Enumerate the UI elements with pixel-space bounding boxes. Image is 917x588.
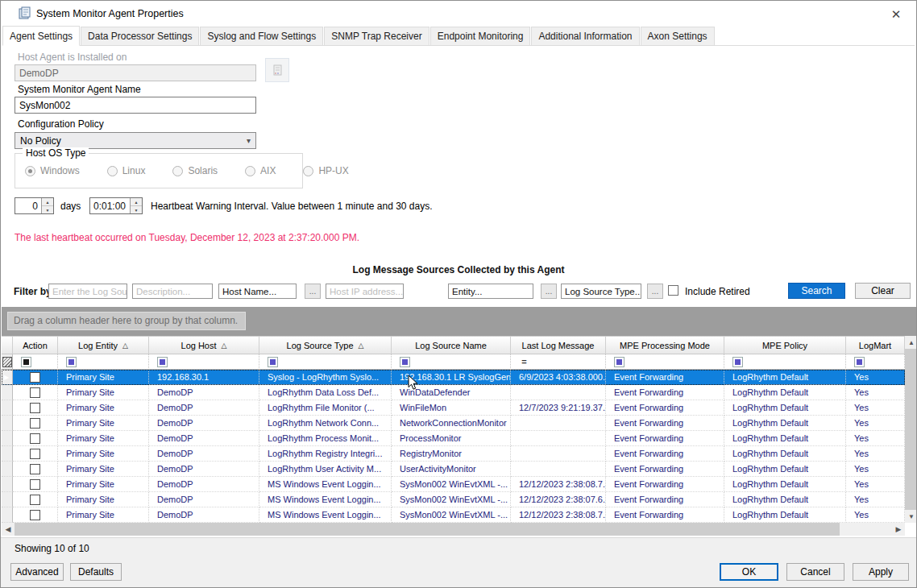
row-checkbox[interactable] — [30, 372, 40, 383]
table-row[interactable]: Primary SiteDemoDPMS Windows Event Loggi… — [2, 507, 905, 523]
host-ip-address-filter-input[interactable]: Host IP address... — [326, 284, 404, 299]
filter-cell[interactable]: = — [511, 354, 606, 370]
column-header-log-source-name[interactable]: Log Source Name — [392, 336, 511, 354]
filter-cell[interactable] — [2, 354, 13, 370]
column-header-log-entity[interactable]: Log Entity△ — [58, 336, 149, 354]
browse-ellipsis-button[interactable]: ... — [305, 284, 321, 299]
square-filter-icon[interactable] — [614, 357, 624, 367]
vertical-scroll-thumb[interactable] — [905, 349, 917, 510]
row-checkbox[interactable] — [30, 433, 40, 444]
row-checkbox[interactable] — [30, 403, 40, 413]
table-row[interactable]: Primary SiteDemoDPMS Windows Event Loggi… — [2, 492, 905, 507]
table-row[interactable]: Primary SiteDemoDPLogRhythm Data Loss De… — [2, 385, 905, 400]
knowledge-base-button[interactable] — [265, 58, 289, 82]
table-row[interactable]: Primary SiteDemoDPLogRhythm Network Conn… — [2, 416, 905, 431]
agent-name-input[interactable] — [15, 97, 256, 114]
tab-agent-settings[interactable]: Agent Settings — [2, 26, 80, 46]
tab-axon-settings[interactable]: Axon Settings — [641, 27, 715, 46]
row-checkbox[interactable] — [30, 464, 40, 474]
row-checkbox[interactable] — [30, 387, 40, 398]
table-row[interactable]: Primary SiteDemoDPLogRhythm File Monitor… — [2, 400, 905, 416]
interval-spinner[interactable]: 0:01:00 ▲▼ — [89, 197, 143, 214]
radio-icon-windows[interactable] — [25, 166, 35, 176]
search-button[interactable]: Search — [788, 283, 845, 299]
sort-ascending-icon[interactable]: △ — [122, 342, 128, 350]
sort-ascending-icon[interactable]: △ — [359, 342, 364, 350]
sort-ascending-icon[interactable]: △ — [222, 342, 227, 350]
row-checkbox[interactable] — [30, 510, 40, 520]
scroll-right-icon[interactable]: ▶ — [892, 523, 905, 536]
config-policy-select[interactable]: No Policy ▾ — [15, 132, 256, 149]
column-header-action[interactable]: Action — [13, 336, 58, 354]
filter-cell[interactable] — [259, 354, 392, 370]
table-row[interactable]: Primary SiteDemoDPLogRhythm Registry Int… — [2, 446, 905, 462]
filter-cell[interactable] — [392, 354, 511, 370]
entity-filter-input[interactable]: Entity... — [448, 284, 533, 299]
tab-snmp-trap-receiver[interactable]: SNMP Trap Receiver — [324, 27, 429, 46]
column-header-mpe-policy[interactable]: MPE Policy — [724, 336, 846, 354]
include-retired-checkbox[interactable] — [668, 285, 678, 296]
column-header-last-log-message[interactable]: Last Log Message — [511, 336, 606, 354]
spinner-arrows[interactable]: ▲▼ — [130, 198, 142, 213]
group-by-bar[interactable]: Drag a column header here to group by th… — [2, 307, 917, 336]
host-name-filter-input[interactable]: Host Name... — [218, 284, 297, 299]
row-checkbox[interactable] — [30, 418, 40, 429]
row-checkbox[interactable] — [30, 479, 40, 490]
close-button[interactable]: ✕ — [887, 6, 905, 23]
equals-filter-icon[interactable]: = — [519, 357, 529, 367]
table-row[interactable]: Primary SiteDemoDPLogRhythm User Activit… — [2, 462, 905, 477]
radio-icon-linux[interactable] — [107, 166, 118, 176]
checkbox-filter-icon[interactable] — [21, 357, 31, 367]
filter-cell[interactable] — [724, 354, 846, 370]
row-checkbox[interactable] — [30, 449, 40, 459]
log-source-type-filter-input[interactable]: Log Source Type... — [561, 284, 641, 299]
row-checkbox[interactable] — [30, 495, 40, 505]
column-header-log-source-type[interactable]: Log Source Type△ — [259, 336, 392, 354]
browse-ellipsis-button[interactable]: ... — [541, 284, 557, 299]
column-header-log-host[interactable]: Log Host△ — [149, 336, 259, 354]
scroll-down-icon[interactable]: ▼ — [905, 510, 917, 523]
filter-cell[interactable] — [13, 354, 58, 370]
apply-button[interactable]: Apply — [853, 563, 909, 581]
column-header-mpe-processing-mode[interactable]: MPE Processing Mode — [606, 336, 724, 354]
filter-cell[interactable] — [846, 354, 905, 370]
square-filter-icon[interactable] — [157, 357, 168, 367]
filter-cell[interactable] — [149, 354, 259, 370]
filter-cell[interactable] — [606, 354, 724, 370]
square-filter-icon[interactable] — [268, 357, 278, 367]
tab-additional-information[interactable]: Additional Information — [531, 27, 639, 46]
column-header-logmart[interactable]: LogMart — [846, 336, 905, 354]
table-row[interactable]: Primary SiteDemoDPLogRhythm Process Moni… — [2, 431, 905, 446]
ok-button[interactable]: OK — [720, 563, 778, 581]
square-filter-icon[interactable] — [854, 357, 865, 367]
vertical-scrollbar[interactable]: ▲ ▼ — [905, 336, 917, 523]
square-filter-icon[interactable] — [400, 357, 410, 367]
enter-the-log-source-filter-input[interactable]: Enter the Log Source — [48, 284, 127, 299]
radio-icon-hp-ux[interactable] — [303, 166, 313, 176]
tab-data-processor-settings[interactable]: Data Processor Settings — [81, 27, 199, 46]
radio-icon-aix[interactable] — [245, 166, 255, 176]
spin-up-icon[interactable]: ▲ — [131, 198, 142, 206]
horizontal-scrollbar[interactable]: ◀ ▶ — [2, 523, 905, 536]
cancel-button[interactable]: Cancel — [786, 563, 844, 581]
edit-filter-icon[interactable] — [2, 357, 12, 367]
days-spinner[interactable]: 0 ▲▼ — [15, 197, 54, 214]
tab-syslog-and-flow-settings[interactable]: Syslog and Flow Settings — [200, 27, 323, 46]
clear-button[interactable]: Clear — [855, 283, 911, 299]
spin-down-icon[interactable]: ▼ — [131, 206, 142, 213]
browse-ellipsis-button[interactable]: ... — [647, 284, 663, 299]
spinner-arrows[interactable]: ▲▼ — [41, 198, 53, 213]
radio-icon-solaris[interactable] — [172, 166, 183, 176]
table-row[interactable]: ▶Primary Site192.168.30.1Syslog - LogRhy… — [2, 370, 905, 385]
square-filter-icon[interactable] — [732, 357, 743, 367]
scroll-left-icon[interactable]: ◀ — [2, 523, 15, 536]
spin-down-icon[interactable]: ▼ — [42, 206, 53, 213]
tab-endpoint-monitoring[interactable]: Endpoint Monitoring — [430, 27, 531, 46]
square-filter-icon[interactable] — [66, 357, 77, 367]
spin-up-icon[interactable]: ▲ — [42, 198, 53, 206]
description-filter-input[interactable]: Description... — [132, 284, 213, 299]
defaults-button[interactable]: Defaults — [70, 563, 122, 581]
scroll-up-icon[interactable]: ▲ — [905, 336, 917, 349]
advanced-button[interactable]: Advanced — [10, 563, 64, 581]
horizontal-scroll-thumb[interactable] — [15, 523, 840, 536]
